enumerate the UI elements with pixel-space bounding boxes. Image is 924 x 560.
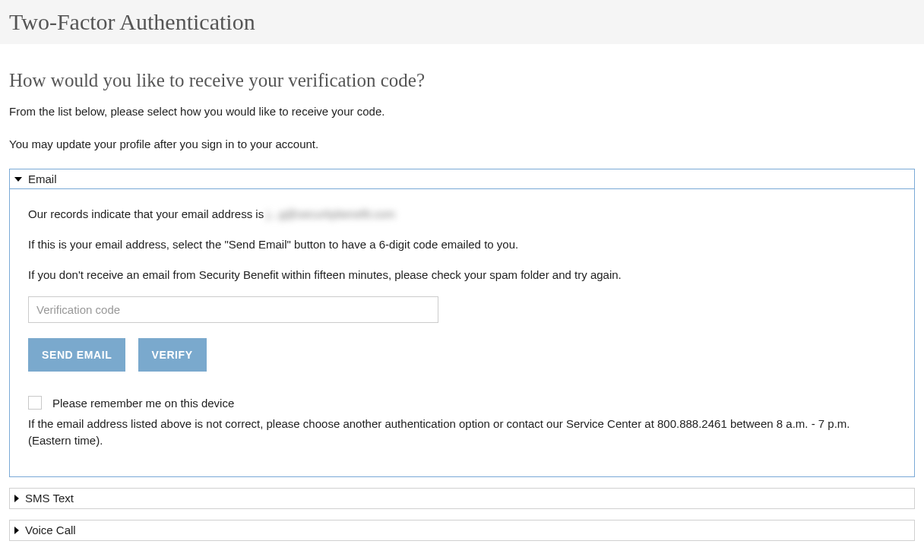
page-header: Two-Factor Authentication (0, 0, 924, 44)
caret-down-icon (14, 177, 22, 182)
send-email-button[interactable]: Send Email (28, 338, 125, 372)
caret-right-icon (14, 527, 19, 534)
email-instruction-1: If this is your email address, select th… (28, 236, 896, 253)
button-row: Send Email Verify (28, 338, 896, 372)
remember-checkbox[interactable] (28, 396, 42, 410)
sms-accordion: SMS Text (9, 488, 915, 509)
voice-accordion: Voice Call (9, 520, 915, 541)
page-subtitle: How would you like to receive your verif… (9, 70, 915, 91)
email-accordion-body: Our records indicate that your email add… (10, 189, 914, 476)
email-records-prefix: Our records indicate that your email add… (28, 207, 267, 220)
email-accordion-header[interactable]: Email (10, 169, 914, 189)
remember-label: Please remember me on this device (52, 397, 234, 410)
intro-text-1: From the list below, please select how y… (9, 103, 915, 119)
masked-email: j...g@securitybenefit.com (267, 206, 395, 223)
remember-row: Please remember me on this device (28, 396, 896, 410)
email-accordion: Email Our records indicate that your ema… (9, 169, 915, 477)
email-footnote: If the email address listed above is not… (28, 416, 896, 449)
email-records-line: Our records indicate that your email add… (28, 206, 896, 223)
email-instruction-2: If you don't receive an email from Secur… (28, 267, 896, 283)
verify-button[interactable]: Verify (138, 338, 207, 372)
intro-text-2: You may update your profile after you si… (9, 136, 915, 152)
voice-accordion-header[interactable]: Voice Call (10, 520, 914, 540)
sms-accordion-header[interactable]: SMS Text (10, 489, 914, 508)
page-title: Two-Factor Authentication (9, 9, 255, 35)
voice-accordion-label: Voice Call (25, 524, 76, 536)
verification-code-input[interactable] (28, 296, 438, 323)
email-accordion-label: Email (28, 172, 57, 185)
caret-right-icon (14, 495, 19, 502)
main-content: How would you like to receive your verif… (0, 44, 924, 559)
sms-accordion-label: SMS Text (25, 492, 74, 505)
